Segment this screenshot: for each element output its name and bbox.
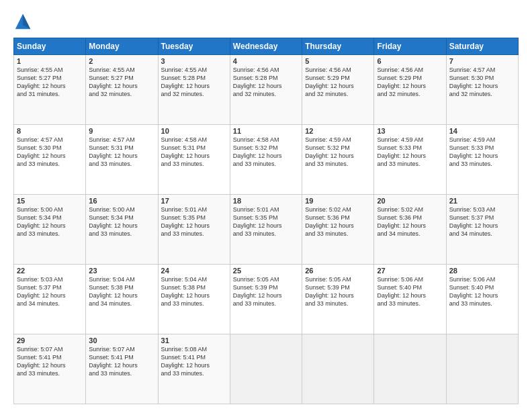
day-number: 4 (233, 57, 299, 65)
day-info: Sunrise: 5:08 AMSunset: 5:41 PMDaylight:… (161, 345, 227, 378)
day-info: Sunrise: 5:02 AMSunset: 5:36 PMDaylight:… (377, 205, 443, 238)
day-info: Sunrise: 4:58 AMSunset: 5:31 PMDaylight:… (161, 136, 227, 169)
day-cell-27: 27Sunrise: 5:06 AMSunset: 5:40 PMDayligh… (374, 265, 446, 334)
day-cell-24: 24Sunrise: 5:04 AMSunset: 5:38 PMDayligh… (158, 265, 230, 334)
day-cell-23: 23Sunrise: 5:04 AMSunset: 5:38 PMDayligh… (86, 265, 158, 334)
day-number: 10 (161, 127, 227, 135)
day-number: 3 (161, 57, 227, 65)
day-cell-16: 16Sunrise: 5:00 AMSunset: 5:34 PMDayligh… (86, 195, 158, 265)
day-number: 18 (233, 197, 299, 205)
day-info: Sunrise: 5:05 AMSunset: 5:39 PMDaylight:… (305, 275, 371, 308)
day-cell-21: 21Sunrise: 5:03 AMSunset: 5:37 PMDayligh… (446, 195, 518, 265)
day-info: Sunrise: 5:01 AMSunset: 5:35 PMDaylight:… (233, 205, 299, 238)
day-cell-26: 26Sunrise: 5:05 AMSunset: 5:39 PMDayligh… (302, 265, 374, 334)
day-cell-25: 25Sunrise: 5:05 AMSunset: 5:39 PMDayligh… (230, 265, 302, 334)
day-number: 25 (233, 267, 299, 275)
day-info: Sunrise: 5:01 AMSunset: 5:35 PMDaylight:… (161, 205, 227, 238)
logo-icon (13, 12, 32, 31)
day-info: Sunrise: 4:57 AMSunset: 5:30 PMDaylight:… (449, 66, 515, 99)
day-cell-13: 13Sunrise: 4:59 AMSunset: 5:33 PMDayligh… (374, 125, 446, 195)
day-number: 6 (377, 57, 443, 65)
day-number: 26 (305, 267, 371, 275)
day-info: Sunrise: 4:57 AMSunset: 5:31 PMDaylight:… (89, 136, 154, 169)
day-cell-3: 3Sunrise: 4:55 AMSunset: 5:28 PMDaylight… (158, 55, 230, 125)
day-number: 31 (161, 336, 227, 345)
week-row-3: 15Sunrise: 5:00 AMSunset: 5:34 PMDayligh… (14, 195, 519, 265)
day-info: Sunrise: 5:00 AMSunset: 5:34 PMDaylight:… (89, 205, 154, 238)
day-number: 15 (17, 197, 83, 205)
day-info: Sunrise: 5:07 AMSunset: 5:41 PMDaylight:… (17, 345, 83, 378)
day-number: 12 (305, 127, 371, 135)
col-header-thursday: Thursday (302, 38, 374, 55)
day-info: Sunrise: 5:03 AMSunset: 5:37 PMDaylight:… (17, 275, 83, 308)
logo (13, 12, 35, 31)
day-info: Sunrise: 4:59 AMSunset: 5:33 PMDaylight:… (449, 136, 515, 169)
calendar-body: 1Sunrise: 4:55 AMSunset: 5:27 PMDaylight… (14, 55, 519, 404)
day-number: 23 (89, 267, 154, 275)
empty-cell (374, 334, 446, 404)
col-header-friday: Friday (374, 38, 446, 55)
day-info: Sunrise: 4:56 AMSunset: 5:29 PMDaylight:… (377, 66, 443, 99)
week-row-5: 29Sunrise: 5:07 AMSunset: 5:41 PMDayligh… (14, 334, 519, 404)
day-number: 5 (305, 57, 371, 65)
day-cell-4: 4Sunrise: 4:56 AMSunset: 5:28 PMDaylight… (230, 55, 302, 125)
day-cell-9: 9Sunrise: 4:57 AMSunset: 5:31 PMDaylight… (86, 125, 158, 195)
day-cell-11: 11Sunrise: 4:58 AMSunset: 5:32 PMDayligh… (230, 125, 302, 195)
day-cell-22: 22Sunrise: 5:03 AMSunset: 5:37 PMDayligh… (14, 265, 86, 334)
day-cell-14: 14Sunrise: 4:59 AMSunset: 5:33 PMDayligh… (446, 125, 518, 195)
empty-cell (446, 334, 518, 404)
col-header-tuesday: Tuesday (158, 38, 230, 55)
day-cell-29: 29Sunrise: 5:07 AMSunset: 5:41 PMDayligh… (14, 334, 86, 404)
day-info: Sunrise: 5:04 AMSunset: 5:38 PMDaylight:… (161, 275, 227, 308)
day-info: Sunrise: 4:59 AMSunset: 5:33 PMDaylight:… (377, 136, 443, 169)
day-number: 1 (17, 57, 83, 65)
day-info: Sunrise: 5:03 AMSunset: 5:37 PMDaylight:… (449, 205, 515, 238)
day-number: 28 (449, 267, 515, 275)
day-info: Sunrise: 5:06 AMSunset: 5:40 PMDaylight:… (449, 275, 515, 308)
day-info: Sunrise: 4:55 AMSunset: 5:27 PMDaylight:… (17, 66, 83, 99)
day-number: 11 (233, 127, 299, 135)
col-header-wednesday: Wednesday (230, 38, 302, 55)
calendar-table: SundayMondayTuesdayWednesdayThursdayFrid… (13, 38, 519, 404)
day-cell-12: 12Sunrise: 4:59 AMSunset: 5:32 PMDayligh… (302, 125, 374, 195)
day-number: 13 (377, 127, 443, 135)
day-info: Sunrise: 4:58 AMSunset: 5:32 PMDaylight:… (233, 136, 299, 169)
day-cell-19: 19Sunrise: 5:02 AMSunset: 5:36 PMDayligh… (302, 195, 374, 265)
day-info: Sunrise: 4:56 AMSunset: 5:28 PMDaylight:… (233, 66, 299, 99)
calendar-header: SundayMondayTuesdayWednesdayThursdayFrid… (14, 38, 519, 55)
empty-cell (230, 334, 302, 404)
day-number: 2 (89, 57, 154, 65)
header-row: SundayMondayTuesdayWednesdayThursdayFrid… (14, 38, 519, 55)
day-info: Sunrise: 4:59 AMSunset: 5:32 PMDaylight:… (305, 136, 371, 169)
day-cell-6: 6Sunrise: 4:56 AMSunset: 5:29 PMDaylight… (374, 55, 446, 125)
header (13, 12, 519, 31)
col-header-sunday: Sunday (14, 38, 86, 55)
day-number: 14 (449, 127, 515, 135)
day-cell-5: 5Sunrise: 4:56 AMSunset: 5:29 PMDaylight… (302, 55, 374, 125)
day-info: Sunrise: 5:00 AMSunset: 5:34 PMDaylight:… (17, 205, 83, 238)
day-info: Sunrise: 5:05 AMSunset: 5:39 PMDaylight:… (233, 275, 299, 308)
day-number: 19 (305, 197, 371, 205)
day-info: Sunrise: 5:07 AMSunset: 5:41 PMDaylight:… (89, 345, 154, 378)
page: SundayMondayTuesdayWednesdayThursdayFrid… (0, 0, 532, 411)
day-number: 17 (161, 197, 227, 205)
day-cell-7: 7Sunrise: 4:57 AMSunset: 5:30 PMDaylight… (446, 55, 518, 125)
col-header-saturday: Saturday (446, 38, 518, 55)
day-cell-30: 30Sunrise: 5:07 AMSunset: 5:41 PMDayligh… (86, 334, 158, 404)
day-number: 27 (377, 267, 443, 275)
week-row-2: 8Sunrise: 4:57 AMSunset: 5:30 PMDaylight… (14, 125, 519, 195)
day-number: 8 (17, 127, 83, 135)
empty-cell (302, 334, 374, 404)
day-info: Sunrise: 4:56 AMSunset: 5:29 PMDaylight:… (305, 66, 371, 99)
day-cell-8: 8Sunrise: 4:57 AMSunset: 5:30 PMDaylight… (14, 125, 86, 195)
day-info: Sunrise: 5:02 AMSunset: 5:36 PMDaylight:… (305, 205, 371, 238)
day-cell-28: 28Sunrise: 5:06 AMSunset: 5:40 PMDayligh… (446, 265, 518, 334)
col-header-monday: Monday (86, 38, 158, 55)
day-info: Sunrise: 4:57 AMSunset: 5:30 PMDaylight:… (17, 136, 83, 169)
day-number: 30 (89, 336, 154, 345)
day-number: 21 (449, 197, 515, 205)
day-cell-17: 17Sunrise: 5:01 AMSunset: 5:35 PMDayligh… (158, 195, 230, 265)
day-cell-2: 2Sunrise: 4:55 AMSunset: 5:27 PMDaylight… (86, 55, 158, 125)
day-cell-31: 31Sunrise: 5:08 AMSunset: 5:41 PMDayligh… (158, 334, 230, 404)
day-info: Sunrise: 5:04 AMSunset: 5:38 PMDaylight:… (89, 275, 154, 308)
